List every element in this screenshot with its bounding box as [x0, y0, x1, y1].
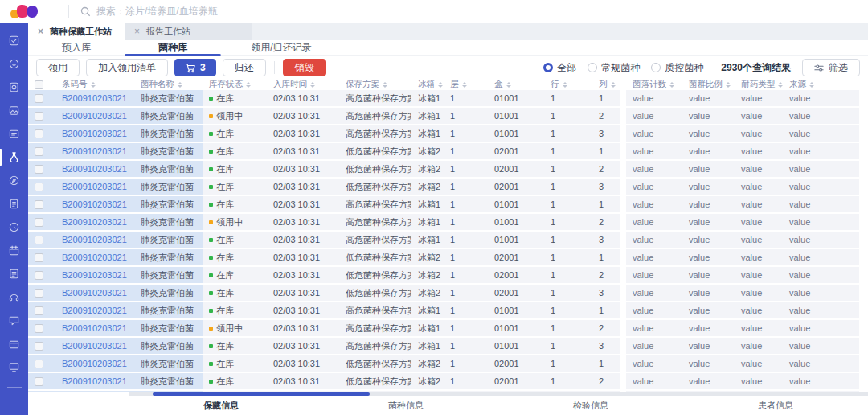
headset-icon[interactable] [0, 286, 28, 309]
table-row[interactable]: B200910203021 肺炎克雷伯菌 领用中 02/03 10:31 高危菌… [28, 214, 868, 232]
row-checkbox[interactable] [35, 377, 43, 386]
sort-icon[interactable] [310, 82, 315, 88]
row-checkbox[interactable] [35, 289, 43, 298]
row-checkbox[interactable] [35, 165, 43, 174]
sort-icon[interactable] [809, 82, 814, 88]
close-icon[interactable]: × [134, 27, 140, 36]
sort-icon[interactable] [246, 82, 251, 88]
flask-icon[interactable] [0, 146, 28, 169]
row-checkbox[interactable] [35, 342, 43, 351]
select-all-checkbox[interactable] [35, 80, 43, 89]
table-row[interactable]: B200910203021 肺炎克雷伯菌 领用中 02/03 10:31 高危菌… [28, 320, 868, 338]
col-fridge[interactable]: 冰箱 [411, 79, 444, 90]
sort-icon[interactable] [383, 82, 387, 88]
monitor-icon[interactable] [0, 355, 28, 379]
col-barcode[interactable]: 条码号 [55, 79, 134, 90]
tab-patient-info[interactable]: 患者信息 [683, 400, 868, 412]
barcode-cell[interactable]: B200910203021 [55, 338, 134, 354]
row-checkbox[interactable] [35, 306, 43, 315]
barcode-cell[interactable]: B200910203021 [55, 179, 134, 195]
table-row[interactable]: B200910203021 肺炎克雷伯菌 领用中 02/03 10:31 高危菌… [28, 108, 868, 125]
cart-button[interactable]: 3 [174, 59, 216, 76]
table-row[interactable]: B200910203021 肺炎克雷伯菌 在库 02/03 10:31 高危菌种… [28, 196, 868, 214]
tab-preservation-info[interactable]: 保藏信息 [129, 400, 313, 412]
barcode-cell[interactable]: B200910203021 [55, 232, 134, 248]
row-checkbox[interactable] [35, 218, 43, 227]
table-row[interactable]: B200910203021 肺炎克雷伯菌 在库 02/03 10:31 低危菌种… [28, 285, 868, 302]
row-checkbox[interactable] [35, 94, 43, 103]
sort-icon[interactable] [726, 82, 731, 88]
barcode-cell[interactable]: B200910203021 [55, 90, 134, 106]
close-icon[interactable]: × [38, 27, 43, 36]
barcode-cell[interactable]: B200910203021 [55, 249, 134, 265]
table-row[interactable]: B200910203021 肺炎克雷伯菌 在库 02/03 10:31 低危菌种… [28, 179, 868, 196]
barcode-cell[interactable]: B200910203021 [55, 285, 134, 301]
tab-strain-preservation-workstation[interactable]: × 菌种保藏工作站 [28, 23, 125, 40]
subtab-strain-library[interactable]: 菌种库 [125, 40, 221, 55]
col-stock-status[interactable]: 库存状态 [203, 79, 267, 90]
table-row[interactable]: B200910203021 肺炎克雷伯菌 在库 02/03 10:31 高危菌种… [28, 125, 868, 143]
calendar-icon[interactable] [0, 239, 28, 262]
petri-dish-icon[interactable] [0, 52, 28, 76]
row-checkbox[interactable] [35, 183, 43, 191]
barcode-cell[interactable]: B200910203021 [55, 196, 134, 212]
col-colony-count[interactable]: 菌落计数 [626, 79, 682, 90]
row-checkbox[interactable] [35, 147, 43, 156]
table-row[interactable]: B200910203021 肺炎克雷伯菌 在库 02/03 10:31 高危菌种… [28, 338, 868, 355]
row-checkbox[interactable] [35, 129, 43, 138]
table-row[interactable]: B200910203021 肺炎克雷伯菌 在库 02/03 10:31 低危菌种… [28, 249, 868, 267]
card-icon[interactable] [0, 122, 28, 146]
sort-icon[interactable] [438, 82, 443, 88]
barcode-cell[interactable]: B200910203021 [55, 161, 134, 177]
radio-qc-strains[interactable]: 质控菌种 [651, 61, 703, 75]
barcode-cell[interactable]: B200910203021 [55, 108, 134, 124]
col-storage-plan[interactable]: 保存方案 [339, 79, 411, 90]
row-checkbox[interactable] [35, 253, 43, 262]
gallery-icon[interactable] [0, 99, 28, 122]
col-row[interactable]: 行 [544, 79, 592, 90]
subtab-pre-inbound[interactable]: 预入库 [28, 40, 125, 55]
row-checkbox[interactable] [35, 200, 43, 209]
row-checkbox[interactable] [35, 360, 43, 368]
row-checkbox[interactable] [35, 271, 43, 280]
radio-regular-strains[interactable]: 常规菌种 [588, 61, 640, 75]
col-box[interactable]: 盒 [488, 79, 544, 90]
barcode-cell[interactable]: B200910203021 [55, 267, 134, 283]
sort-icon[interactable] [669, 82, 674, 88]
barcode-cell[interactable]: B200910203021 [55, 320, 134, 336]
sort-icon[interactable] [611, 82, 616, 88]
sort-icon[interactable] [91, 82, 96, 88]
destroy-button[interactable]: 销毁 [283, 59, 326, 76]
message-icon[interactable] [0, 309, 28, 332]
row-checkbox[interactable] [35, 236, 43, 244]
report-icon[interactable] [0, 192, 28, 216]
barcode-cell[interactable]: B200910203021 [55, 214, 134, 230]
col-column[interactable]: 列 [592, 79, 620, 90]
specimen-icon[interactable] [0, 76, 28, 99]
sort-icon[interactable] [462, 82, 467, 88]
col-layer[interactable]: 层 [444, 79, 488, 90]
package-icon[interactable] [0, 332, 28, 355]
tab-report-workstation[interactable]: × 报告工作站 [125, 23, 252, 40]
table-row[interactable]: B200910203021 肺炎克雷伯菌 在库 02/03 10:31 低危菌种… [28, 355, 868, 373]
table-row[interactable]: B200910203021 肺炎克雷伯菌 在库 02/03 10:31 低危菌种… [28, 143, 868, 161]
sort-icon[interactable] [178, 82, 182, 88]
form-icon[interactable] [0, 262, 28, 286]
tab-test-info[interactable]: 检验信息 [498, 400, 683, 412]
table-row[interactable]: B200910203021 肺炎克雷伯菌 在库 02/03 10:31 低危菌种… [28, 373, 868, 391]
table-row[interactable]: B200910203021 肺炎克雷伯菌 在库 02/03 10:31 高危菌种… [28, 232, 868, 249]
table-row[interactable]: B200910203021 肺炎克雷伯菌 在库 02/03 10:31 高危菌种… [28, 90, 868, 108]
row-checkbox[interactable] [35, 112, 43, 121]
barcode-cell[interactable]: B200910203021 [55, 373, 134, 389]
compass-icon[interactable] [0, 169, 28, 192]
col-inbound-time[interactable]: 入库时间 [267, 79, 339, 90]
table-row[interactable]: B200910203021 肺炎克雷伯菌 在库 02/03 10:31 低危菌种… [28, 161, 868, 179]
checkout-button[interactable]: 领用 [36, 59, 80, 76]
subtab-checkout-return-records[interactable]: 领用/归还记录 [221, 40, 342, 55]
filter-button[interactable]: 筛选 [802, 59, 860, 76]
add-to-checkout-list-button[interactable]: 加入领用清单 [86, 59, 168, 76]
tasks-icon[interactable] [0, 29, 28, 52]
col-flora-ratio[interactable]: 菌群比例 [682, 79, 735, 90]
radio-all[interactable]: 全部 [543, 61, 576, 75]
tab-strain-info[interactable]: 菌种信息 [313, 400, 498, 412]
